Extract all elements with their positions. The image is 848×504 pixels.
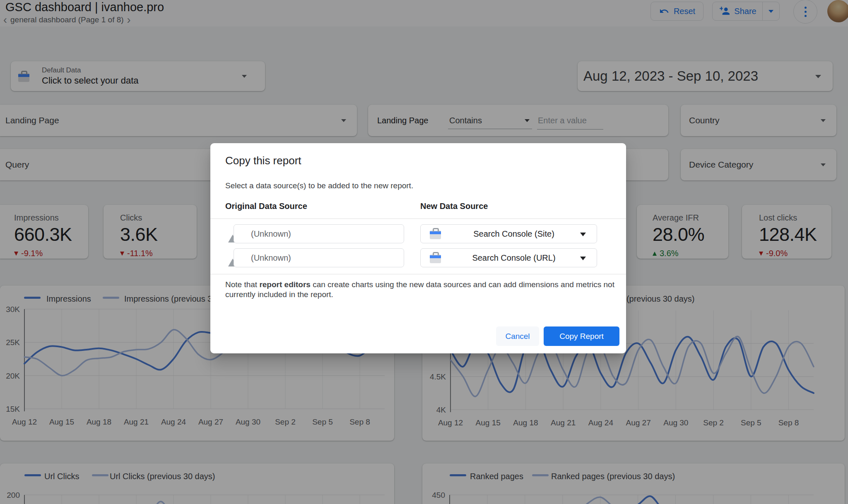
search-console-icon	[430, 230, 441, 239]
note-text: can create charts using the new data sou…	[311, 280, 614, 289]
chevron-down-icon	[580, 233, 586, 236]
column-header-original: Original Data Source	[225, 202, 307, 211]
column-header-new: New Data Source	[420, 202, 488, 211]
divider	[210, 218, 626, 219]
copy-report-dialog: Copy this report Select a data source(s)…	[210, 143, 626, 353]
new-source-value: Search Console (Site)	[431, 229, 597, 239]
new-source-select[interactable]: Search Console (Site)	[420, 224, 597, 243]
looker-studio-view: GSC dashboard | ivanhoe.pro ‹ general da…	[0, 0, 848, 504]
dialog-note: Note that report editors can create char…	[225, 280, 614, 300]
copy-report-button[interactable]: Copy Report	[544, 326, 619, 346]
chevron-down-icon	[580, 257, 586, 260]
dialog-title: Copy this report	[225, 154, 301, 167]
new-source-value: Search Console (URL)	[431, 253, 597, 263]
original-source-value: (Unknown)	[251, 253, 291, 263]
note-text: currently included in the report.	[225, 290, 333, 299]
new-source-select[interactable]: Search Console (URL)	[420, 248, 597, 267]
dialog-subtitle: Select a data source(s) to be added to t…	[225, 181, 413, 190]
cancel-button[interactable]: Cancel	[496, 326, 539, 346]
search-console-icon	[430, 254, 441, 263]
original-source-field: (Unknown)	[234, 248, 404, 267]
original-source-value: (Unknown)	[251, 229, 291, 239]
divider	[210, 274, 626, 274]
original-source-field: (Unknown)	[234, 224, 404, 243]
note-bold-text: report editors	[259, 280, 311, 289]
note-text: Note that	[225, 280, 259, 289]
